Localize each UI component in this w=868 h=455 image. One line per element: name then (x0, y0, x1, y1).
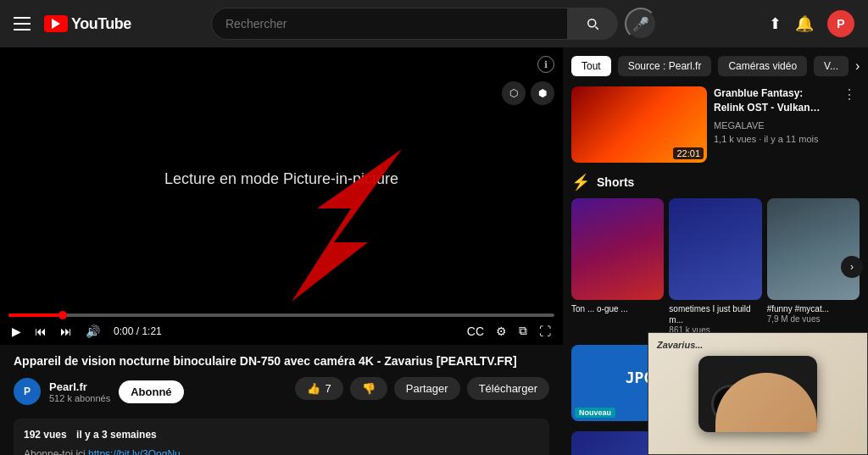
short-card-0[interactable]: Ton ... o-gue ... (571, 198, 664, 335)
desc-text: Abonne-toi ici https://bit.ly/3OogNu (24, 447, 539, 455)
shorts-grid: Ton ... o-gue ... sometimes I just build… (571, 198, 860, 335)
info-icon[interactable]: ℹ (537, 56, 554, 73)
prev-button[interactable]: ⏮ (31, 323, 50, 340)
short-thumb-2 (767, 198, 860, 300)
youtube-icon (44, 15, 68, 32)
short-label-1: sometimes I just build m... (669, 303, 761, 325)
video-card-info: Granblue Fantasy: Relink OST - Vulkan Bo… (714, 86, 832, 163)
controls-row: ▶ ⏮ ⏭ 🔊 0:00 / 1:21 CC ⚙ ⧉ ⛶ (8, 322, 554, 340)
desc-views: 192 vues il y a 3 semaines (24, 427, 539, 443)
new-badge: Nouveau (575, 408, 615, 418)
tab-source[interactable]: Source : Pearl.fr (618, 56, 712, 76)
header: YouTube 🎤 ⬆ 🔔 P (0, 0, 868, 47)
pip-button[interactable]: ⧉ (515, 322, 531, 340)
pip-label: Lecture en mode Picture-in-picture (164, 170, 398, 188)
notifications-icon[interactable]: 🔔 (795, 14, 814, 33)
volume-button[interactable]: 🔊 (82, 323, 103, 340)
tab-more[interactable]: V... (814, 56, 849, 76)
shorts-icon: ⚡ (571, 173, 590, 191)
tab-tout[interactable]: Tout (571, 56, 611, 76)
video-info: Appareil de vision nocturne binoculaire … (0, 345, 563, 419)
tab-arrow[interactable]: › (855, 58, 860, 74)
pip-icon2[interactable]: ⬢ (531, 81, 554, 105)
subscribe-button[interactable]: Abonné (119, 380, 183, 403)
channel-subs: 512 k abonnés (49, 393, 110, 403)
channel-name: Pearl.fr (49, 380, 110, 393)
pip-product-image: Zavarius... (648, 333, 867, 454)
shorts-title: Shorts (597, 175, 634, 189)
action-row: 👍 7 👎 Partager Télécharger (295, 377, 549, 400)
video-card-channel: MEGALAVE (714, 119, 832, 133)
description: 192 vues il y a 3 semaines Abonne-toi ic… (14, 419, 549, 455)
youtube-logo-text: YouTube (71, 15, 131, 33)
sidebar-tabs: Tout Source : Pearl.fr Caméras vidéo V..… (563, 47, 868, 81)
video-card-title: Granblue Fantasy: Relink OST - Vulkan Bo… (714, 86, 832, 115)
channel-row: P Pearl.fr 512 k abonnés Abonné 👍 7 👎 Pa… (14, 377, 549, 407)
shorts-arrow[interactable]: › (841, 256, 863, 278)
view-count: 192 vues (24, 429, 67, 441)
desc-link1[interactable]: https://bit.ly/3OogNu (88, 448, 181, 455)
pip-video-bg: Zavarius... (648, 333, 867, 454)
channel-avatar[interactable]: P (14, 378, 41, 405)
next-button[interactable]: ⏭ (57, 323, 75, 340)
tab-cameras[interactable]: Caméras vidéo (718, 56, 807, 76)
upload-icon[interactable]: ⬆ (769, 14, 782, 33)
channel-info: Pearl.fr 512 k abonnés (49, 380, 110, 403)
header-right: ⬆ 🔔 P (685, 10, 854, 37)
content-area: Lecture en mode Picture-in-picture ⬡ ⬢ ℹ… (0, 47, 563, 455)
mic-button[interactable]: 🎤 (625, 8, 657, 40)
controls-right: CC ⚙ ⧉ ⛶ (464, 322, 554, 340)
video-card-meta: 1,1 k vues · il y a 11 mois (714, 132, 832, 147)
progress-fill (8, 314, 63, 317)
short-views-2: 7,9 M de vues (767, 314, 860, 324)
progress-bar[interactable] (8, 314, 554, 317)
video-more-button[interactable]: ⋮ (839, 86, 860, 103)
upload-time: il y a 3 semaines (76, 429, 157, 441)
header-left: YouTube (14, 15, 183, 33)
settings-button[interactable]: ⚙ (492, 323, 510, 340)
subtitles-button[interactable]: CC (464, 323, 487, 340)
red-arrow (249, 141, 436, 310)
video-controls: ▶ ⏮ ⏭ 🔊 0:00 / 1:21 CC ⚙ ⧉ ⛶ (0, 310, 563, 345)
dislike-button[interactable]: 👎 (350, 377, 387, 400)
time-display: 0:00 / 1:21 (114, 325, 162, 337)
search-bar (211, 8, 618, 40)
header-center: 🎤 (183, 8, 685, 40)
youtube-logo[interactable]: YouTube (44, 15, 131, 33)
short-card-1[interactable]: sometimes I just build m... 861 k vues (669, 198, 761, 335)
search-input[interactable] (211, 8, 567, 40)
pip-logo: Zavarius... (657, 340, 703, 350)
video-title: Appareil de vision nocturne binoculaire … (14, 353, 549, 370)
share-button[interactable]: Partager (394, 377, 460, 400)
like-button[interactable]: 👍 7 (295, 377, 343, 400)
pip-overlay[interactable]: Zavarius... (648, 332, 868, 455)
hamburger-menu[interactable] (14, 17, 31, 31)
pip-icon1[interactable]: ⬡ (502, 81, 526, 105)
thumb-container: 22:01 (571, 86, 707, 163)
play-button[interactable]: ▶ (8, 323, 25, 340)
fullscreen-button[interactable]: ⛶ (536, 323, 554, 340)
short-label-0: Ton ... o-gue ... (571, 303, 664, 314)
short-thumb-0 (571, 198, 664, 300)
video-card[interactable]: 22:01 Granblue Fantasy: Relink OST - Vul… (563, 81, 868, 168)
search-button[interactable] (567, 8, 618, 40)
progress-dot (58, 311, 67, 319)
short-thumb-1 (669, 198, 761, 300)
like-count: 7 (326, 382, 331, 395)
short-label-2: #funny #mycat... (767, 303, 860, 314)
shorts-section: ⚡ Shorts Ton ... o-gue ... sometimes I j… (563, 168, 868, 340)
video-player[interactable]: Lecture en mode Picture-in-picture ⬡ ⬢ ℹ (0, 47, 563, 310)
shorts-header: ⚡ Shorts (571, 173, 860, 191)
video-overlay-icons: ⬡ ⬢ (502, 81, 554, 105)
duration-badge: 22:01 (673, 147, 704, 159)
user-avatar[interactable]: P (827, 10, 854, 37)
download-button[interactable]: Télécharger (467, 377, 549, 400)
